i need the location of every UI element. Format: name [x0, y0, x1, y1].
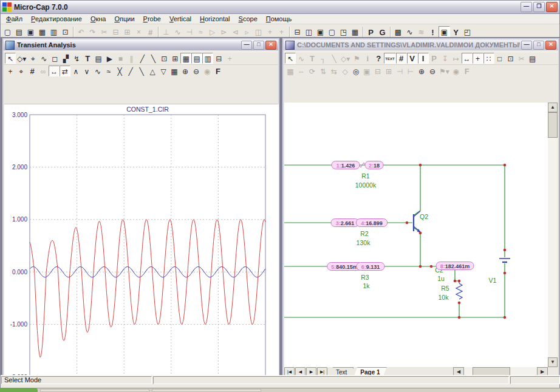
taskbar-item[interactable] [152, 389, 261, 392]
graphics-shapes-button[interactable]: ◇▾ [16, 53, 27, 64]
variables-list-button[interactable]: Y [450, 26, 462, 38]
animate-mode-button[interactable]: ▣ [439, 26, 450, 38]
valley-button[interactable]: ∨ [81, 66, 92, 76]
help-topics-button[interactable]: ! [427, 26, 439, 38]
calculator-button[interactable]: ▦ [349, 26, 361, 38]
find-button[interactable]: ◎ [350, 66, 361, 76]
component-editor-button[interactable]: ▩ [392, 26, 404, 38]
open-file-button[interactable]: ▤ [13, 26, 25, 38]
properties-button[interactable]: ▤ [527, 53, 538, 64]
component-label-10000k[interactable]: 10000k [355, 181, 377, 189]
taskbar-item[interactable] [40, 389, 149, 392]
vertical-scroll-thumb[interactable] [548, 112, 558, 138]
peak-button[interactable]: ∧ [70, 66, 81, 76]
cursor-plus-button[interactable]: + [5, 66, 16, 76]
close-button[interactable]: ✕ [546, 2, 558, 12]
component-label-1u[interactable]: 1u [437, 275, 445, 282]
select-mode-button[interactable]: ↖ [285, 53, 296, 64]
menu-файл[interactable]: Файл [2, 15, 27, 23]
select-mode-button[interactable]: ↖ [5, 53, 16, 64]
scroll-up-button[interactable]: ▲ [548, 103, 558, 112]
cascade-windows-button[interactable]: ▣ [315, 26, 326, 38]
component-label-10k[interactable]: 10k [439, 294, 449, 301]
scroll-down-button[interactable]: ▼ [548, 357, 558, 367]
schematic-close-button[interactable]: ✕ [545, 41, 556, 50]
menu-опции[interactable]: Опции [110, 15, 138, 23]
wire-collector[interactable] [414, 165, 420, 215]
component-label-R3[interactable]: R3 [361, 274, 369, 281]
node-numbers-button[interactable]: # [396, 53, 407, 64]
component-label-R5[interactable]: R5 [441, 285, 449, 292]
inflection-button[interactable]: ╳ [114, 66, 125, 76]
component-label-Q2[interactable]: Q2 [420, 213, 428, 220]
save-all-button[interactable]: ▦ [36, 26, 48, 38]
zoom-in-button[interactable]: ⊕ [416, 66, 427, 76]
tile-vertical-button[interactable]: ◫ [303, 26, 315, 38]
polyline-tool-button[interactable]: ╲ [148, 53, 159, 64]
maximize-button[interactable]: ❐ [533, 2, 545, 12]
r5-resistor-symbol[interactable] [456, 283, 462, 299]
global-low-button[interactable]: ▽ [158, 66, 169, 76]
menu-окна[interactable]: Окна [86, 15, 111, 23]
ruler-button[interactable]: ▥ [202, 53, 213, 64]
tile-horizontal-button[interactable]: ⊟ [292, 26, 303, 38]
font-tool-button[interactable]: F [213, 66, 224, 76]
help-mode-button[interactable]: ? [373, 53, 384, 64]
new-window-button[interactable]: ▢ [326, 26, 338, 38]
horizontal-tag-button[interactable]: ↔ [49, 66, 60, 76]
component-label-1k[interactable]: 1k [363, 282, 370, 289]
schematic-minimize-button[interactable]: — [521, 41, 532, 50]
print-preview-button[interactable]: ⊡ [60, 26, 71, 38]
zoom-box-button[interactable]: ◻ [49, 53, 60, 64]
low-wave-button[interactable]: ≈ [103, 66, 114, 76]
fall-edge-button[interactable]: ╲ [136, 66, 147, 76]
zoom-out-button[interactable]: ⊖ [191, 66, 202, 76]
vertical-tag-button[interactable]: ⇄ [60, 66, 70, 76]
transient-close-button[interactable]: ✕ [265, 41, 276, 50]
component-label-V1[interactable]: V1 [489, 277, 497, 284]
wire-horizontal-button[interactable]: ↔ [462, 53, 473, 64]
properties-button[interactable]: ▤ [93, 53, 104, 64]
grid-dots-button[interactable]: ∷ [483, 53, 494, 64]
grid-text-toggle-button[interactable]: TEXT [384, 53, 395, 64]
plus-panel-button[interactable]: ⊟ [213, 53, 224, 64]
save-button[interactable]: ▣ [25, 26, 36, 38]
crosshair-button[interactable]: + [473, 53, 483, 64]
new-file-button[interactable]: ▢ [2, 26, 13, 38]
rise-edge-button[interactable]: ╱ [125, 66, 136, 76]
run-button[interactable]: ▶ [104, 53, 115, 64]
cursor-mode-button[interactable]: ⌖ [27, 53, 38, 64]
title-block-button[interactable]: ⊡ [505, 53, 516, 64]
component-label-130k[interactable]: 130k [357, 239, 371, 246]
menu-vertical[interactable]: Vertical [165, 15, 196, 23]
zoom-out-button[interactable]: ⊖ [427, 66, 438, 76]
text-mode-button[interactable]: T [82, 53, 93, 64]
tokens-button[interactable]: ▤ [191, 53, 202, 64]
zoom-window-button[interactable]: ◰ [462, 26, 473, 38]
line-tool-button[interactable]: ╱ [137, 53, 148, 64]
component-label-R2[interactable]: R2 [360, 230, 369, 237]
grid-toggle-button[interactable]: ⊞ [169, 53, 180, 64]
schematic-maximize-button[interactable]: □ [533, 41, 544, 50]
go-to-grid-button[interactable]: ▦ [169, 66, 180, 76]
menu-редактирование[interactable]: Редактирование [27, 15, 86, 23]
split-window-button[interactable]: ◳ [338, 26, 349, 38]
go-letter-button[interactable]: G [377, 26, 388, 38]
waveform-pan-button[interactable]: ∿ [38, 53, 49, 64]
minimize-button[interactable]: — [521, 2, 532, 12]
select-region-button[interactable]: ⊡ [159, 53, 169, 64]
scale-mode-button[interactable]: ▞ [60, 53, 71, 64]
global-high-button[interactable]: △ [147, 66, 158, 76]
zoom-in-button[interactable]: ⊕ [180, 66, 191, 76]
menu-помощь[interactable]: Помощь [262, 15, 296, 23]
probe-letter-button[interactable]: P [365, 26, 377, 38]
menu-horizontal[interactable]: Horizontal [196, 15, 234, 23]
probe-mode-button[interactable]: ↯ [71, 53, 82, 64]
cursor-point-button[interactable]: ⌖ [16, 66, 27, 76]
currents-button[interactable]: I [418, 53, 429, 64]
print-button[interactable]: ▥ [48, 26, 60, 38]
node-voltages-button[interactable]: V [407, 53, 418, 64]
component-label-R1[interactable]: R1 [361, 172, 370, 180]
high-wave-button[interactable]: ∿ [92, 66, 103, 76]
transient-minimize-button[interactable]: — [241, 41, 252, 50]
